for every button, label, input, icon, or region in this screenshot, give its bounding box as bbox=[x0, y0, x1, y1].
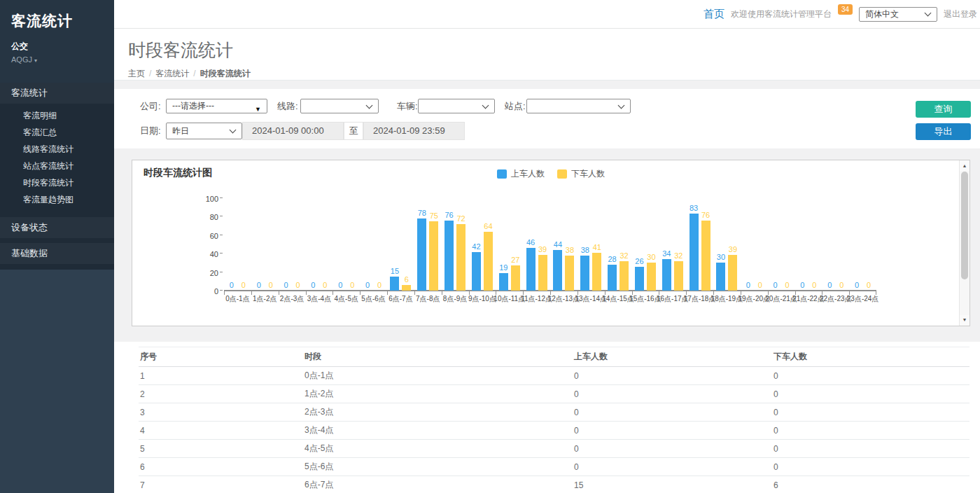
breadcrumb-link[interactable]: 主页 bbox=[128, 69, 145, 78]
table-cell: 6 bbox=[772, 476, 969, 493]
bar-boarding bbox=[553, 250, 562, 291]
bar-value-label: 30 bbox=[711, 253, 730, 261]
sidebar-subitem-4[interactable]: 时段客流统计 bbox=[0, 174, 114, 191]
sidebar-subitem-0[interactable]: 客流明细 bbox=[0, 107, 114, 124]
date-to-input[interactable]: 2024-01-09 23:59 bbox=[363, 122, 465, 140]
language-value: 简体中文 bbox=[865, 9, 899, 19]
x-axis-tick bbox=[224, 291, 225, 295]
sidebar: 客流统计 公交 AQGJ ▾ 客流统计客流明细客流汇总线路客流统计站点客流统计时… bbox=[0, 0, 114, 493]
company-value: ---请选择--- bbox=[172, 101, 214, 111]
export-button[interactable]: 导出 bbox=[916, 123, 971, 140]
welcome-text: 欢迎使用客流统计管理平台 bbox=[731, 8, 832, 20]
app-title: 客流统计 bbox=[11, 11, 103, 31]
bar-alighting bbox=[592, 253, 601, 291]
bar-alighting bbox=[674, 261, 683, 291]
y-axis-tick-label: 80 bbox=[193, 213, 218, 221]
date-preset-value: 昨日 bbox=[172, 126, 189, 136]
bar-alighting bbox=[538, 255, 547, 291]
legend-swatch-icon bbox=[557, 169, 567, 179]
bar-boarding bbox=[526, 248, 536, 291]
legend-item[interactable]: 上车人数 bbox=[497, 168, 545, 180]
breadcrumb: 主页/客流统计/时段客流统计 bbox=[128, 68, 980, 80]
notification-badge[interactable]: 34 bbox=[838, 4, 853, 15]
sidebar-subitem-2[interactable]: 线路客流统计 bbox=[0, 141, 114, 158]
table-cell: 0 bbox=[772, 440, 969, 458]
table-body: 10点-1点0021点-2点0032点-3点0043点-4点0054点-5点00… bbox=[139, 367, 969, 493]
y-axis-tick bbox=[220, 216, 223, 216]
scroll-up-icon[interactable]: ▲ bbox=[960, 161, 969, 171]
spacer bbox=[114, 148, 980, 160]
date-label: 日期: bbox=[140, 123, 161, 139]
table-cell: 0 bbox=[772, 385, 969, 403]
date-preset-select[interactable]: 昨日 bbox=[166, 123, 242, 139]
vehicle-select[interactable] bbox=[418, 99, 495, 113]
bar-value-label: 72 bbox=[451, 214, 470, 223]
bar-alighting bbox=[484, 232, 493, 291]
table-cell: 0 bbox=[573, 440, 772, 458]
sidebar-item-2[interactable]: 基础数据 bbox=[0, 243, 114, 264]
logout-link[interactable]: 退出登录 bbox=[944, 8, 977, 20]
table-cell: 3点-4点 bbox=[303, 422, 573, 440]
table-column-header: 下车人数 bbox=[772, 347, 969, 367]
bar-value-label: 0 bbox=[370, 281, 389, 289]
table-cell: 1 bbox=[139, 367, 303, 385]
bar-boarding bbox=[690, 214, 699, 291]
sidebar-subitem-5[interactable]: 客流量趋势图 bbox=[0, 191, 114, 208]
table-row: 10点-1点00 bbox=[139, 367, 969, 385]
sidebar-subitem-3[interactable]: 站点客流统计 bbox=[0, 158, 114, 174]
bar-boarding bbox=[472, 252, 481, 291]
home-link[interactable]: 首页 bbox=[704, 8, 724, 21]
table-row: 43点-4点00 bbox=[139, 422, 969, 440]
bar-value-label: 39 bbox=[723, 245, 742, 254]
x-axis-tick bbox=[414, 291, 415, 295]
dropdown-triangle-icon: ▼ bbox=[255, 103, 261, 116]
x-axis-tick bbox=[442, 291, 442, 295]
y-axis-tick bbox=[220, 197, 223, 198]
org-code-label: AQGJ bbox=[11, 55, 32, 64]
company-select[interactable]: ---请选择--- ▼ bbox=[166, 99, 267, 113]
table-row: 21点-2点00 bbox=[139, 385, 969, 403]
x-axis-tick bbox=[876, 291, 876, 295]
station-select[interactable] bbox=[526, 99, 631, 113]
table-column-header: 上车人数 bbox=[573, 347, 772, 367]
legend-item[interactable]: 下车人数 bbox=[557, 168, 605, 180]
date-range-separator: 至 bbox=[344, 122, 363, 140]
bar-value-label: 41 bbox=[587, 243, 606, 251]
line-select[interactable] bbox=[300, 99, 379, 113]
spacer bbox=[114, 326, 980, 342]
breadcrumb-separator: / bbox=[193, 69, 195, 78]
language-select[interactable]: 简体中文 bbox=[859, 7, 937, 22]
x-axis-tick bbox=[605, 291, 606, 295]
x-axis-tick bbox=[360, 291, 360, 295]
table-cell: 3 bbox=[139, 403, 303, 422]
scrollbar-thumb[interactable] bbox=[961, 172, 968, 279]
sidebar-item-1[interactable]: 设备状态 bbox=[0, 217, 114, 238]
y-axis-tick bbox=[220, 253, 223, 254]
table-cell: 0 bbox=[573, 422, 772, 440]
breadcrumb-link[interactable]: 客流统计 bbox=[155, 69, 189, 78]
scroll-down-icon[interactable]: ▼ bbox=[960, 315, 969, 325]
y-axis-tick-label: 100 bbox=[193, 195, 218, 203]
x-axis-tick bbox=[332, 291, 333, 295]
bar-chart: 020406080100000点-1点001点-2点002点-3点003点-4点… bbox=[224, 198, 876, 291]
sidebar-subitem-1[interactable]: 客流汇总 bbox=[0, 124, 114, 141]
chart-vertical-scrollbar[interactable]: ▲ ▼ bbox=[959, 160, 969, 326]
table-row: 65点-6点00 bbox=[139, 458, 969, 476]
sidebar-submenu: 客流明细客流汇总线路客流统计站点客流统计时段客流统计客流量趋势图 bbox=[0, 104, 114, 212]
table-cell: 0点-1点 bbox=[303, 367, 573, 385]
bar-boarding bbox=[580, 256, 589, 291]
page-heading: 时段客流统计 主页/客流统计/时段客流统计 bbox=[114, 29, 980, 81]
sidebar-item-0[interactable]: 客流统计 bbox=[0, 83, 114, 104]
breadcrumb-current: 时段客流统计 bbox=[200, 69, 251, 78]
x-axis-tick bbox=[251, 291, 252, 295]
table-cell: 2 bbox=[139, 385, 303, 403]
sidebar-logo: 客流统计 公交 AQGJ ▾ bbox=[0, 0, 114, 83]
x-axis-tick bbox=[849, 291, 850, 295]
bar-value-label: 19 bbox=[494, 263, 513, 272]
table-cell: 4 bbox=[139, 422, 303, 440]
topbar: 首页 欢迎使用客流统计管理平台 34 简体中文 退出登录 bbox=[114, 0, 980, 29]
date-from-input[interactable]: 2024-01-09 00:00 bbox=[242, 122, 344, 140]
breadcrumb-separator: / bbox=[149, 69, 151, 78]
search-button[interactable]: 查询 bbox=[916, 101, 971, 118]
org-selector[interactable]: AQGJ ▾ bbox=[11, 55, 103, 64]
